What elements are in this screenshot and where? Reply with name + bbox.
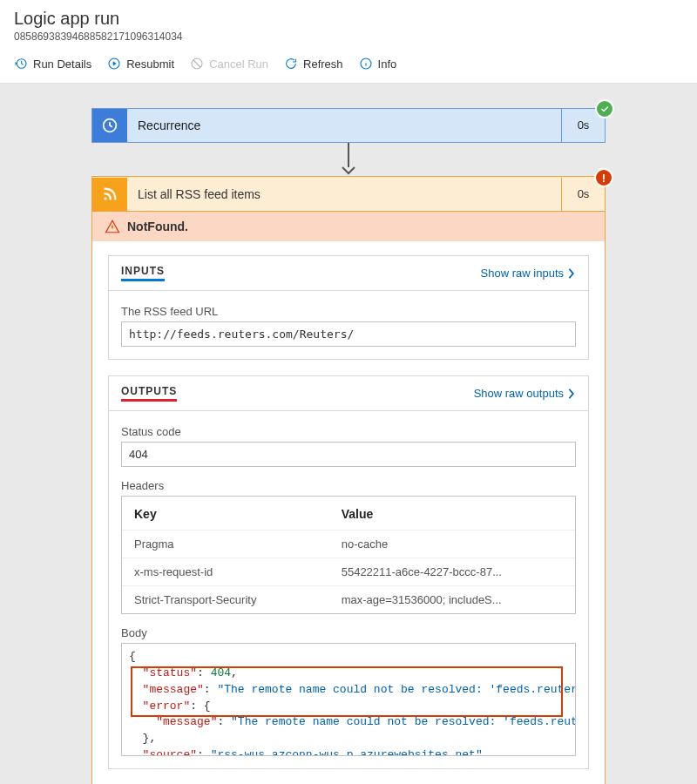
cancel-run-label: Cancel Run: [209, 57, 268, 71]
info-button[interactable]: Info: [359, 57, 397, 71]
body-box: { "status": 404, "message": "The remote …: [121, 643, 576, 756]
clock-icon: [92, 109, 127, 142]
inputs-heading: INPUTS: [121, 265, 165, 281]
rss-icon: [92, 178, 127, 211]
chevron-right-icon: [567, 267, 576, 280]
refresh-button[interactable]: Refresh: [284, 57, 343, 71]
feed-url-value: http://feeds.reuters.com/Reuters/: [121, 321, 576, 347]
header-key: Pragma: [122, 531, 329, 558]
feed-url-label: The RSS feed URL: [121, 305, 576, 318]
resubmit-label: Resubmit: [126, 57, 174, 71]
history-icon: [14, 57, 28, 71]
header-key: x-ms-request-id: [122, 558, 329, 586]
refresh-icon: [284, 57, 298, 71]
info-icon: [359, 57, 373, 71]
connector-arrow: [14, 143, 683, 176]
show-raw-inputs-label: Show raw inputs: [481, 267, 564, 280]
cancel-icon: [190, 57, 204, 71]
run-details-label: Run Details: [33, 57, 91, 71]
headers-scroll[interactable]: Key Value Pragmano-cachex-ms-request-id5…: [122, 497, 575, 613]
status-code-label: Status code: [121, 425, 576, 438]
body-json-scroll[interactable]: { "status": 404, "message": "The remote …: [122, 644, 575, 755]
table-row: x-ms-request-id55422211-a6ce-4227-bccc-8…: [122, 558, 575, 586]
chevron-right-icon: [567, 388, 576, 400]
table-row: Pragmano-cache: [122, 531, 575, 558]
show-raw-outputs-label: Show raw outputs: [474, 387, 564, 400]
header-value: 55422211-a6ce-4227-bccc-87...: [329, 558, 575, 586]
svg-point-5: [104, 197, 106, 199]
step-recurrence-title: Recurrence: [127, 118, 561, 132]
headers-box: Key Value Pragmano-cachex-ms-request-id5…: [121, 496, 576, 614]
error-badge: !: [594, 168, 613, 187]
headers-col-value: Value: [329, 497, 575, 531]
step-recurrence[interactable]: Recurrence 0s: [91, 108, 606, 143]
headers-col-key: Key: [122, 497, 329, 531]
play-circle-icon: [107, 57, 121, 71]
workflow-canvas: Recurrence 0s List all RSS feed items 0s…: [0, 84, 697, 784]
inputs-section: INPUTS Show raw inputs The RSS feed URL …: [108, 255, 589, 360]
header-key: Strict-Transport-Security: [122, 586, 329, 614]
info-label: Info: [378, 57, 397, 71]
step-rss-title: List all RSS feed items: [127, 187, 561, 201]
toolbar: Run Details Resubmit Cancel Run Refresh …: [0, 46, 697, 84]
show-raw-outputs-link[interactable]: Show raw outputs: [474, 387, 576, 400]
outputs-heading: OUTPUTS: [121, 385, 177, 402]
headers-label: Headers: [121, 479, 576, 492]
page-title: Logic app run: [14, 9, 683, 29]
refresh-label: Refresh: [303, 57, 343, 71]
header-value: no-cache: [329, 531, 575, 558]
step-rss-header[interactable]: List all RSS feed items 0s !: [92, 177, 605, 212]
cancel-run-button: Cancel Run: [190, 57, 268, 71]
body-label: Body: [121, 626, 576, 639]
step-rss: List all RSS feed items 0s ! NotFound. I…: [91, 176, 606, 784]
run-id: 08586938394688582171096314034: [14, 30, 683, 43]
table-row: Strict-Transport-Securitymax-age=3153600…: [122, 586, 575, 614]
resubmit-button[interactable]: Resubmit: [107, 57, 174, 71]
run-details-button[interactable]: Run Details: [14, 57, 91, 71]
header-value: max-age=31536000; includeS...: [329, 586, 575, 614]
error-strip: NotFound.: [92, 212, 605, 241]
warning-icon: [105, 219, 120, 234]
error-text: NotFound.: [127, 220, 188, 233]
success-badge: [595, 99, 614, 118]
status-code-value: 404: [121, 442, 576, 467]
show-raw-inputs-link[interactable]: Show raw inputs: [481, 267, 576, 280]
outputs-section: OUTPUTS Show raw outputs Status code 404…: [108, 375, 589, 769]
